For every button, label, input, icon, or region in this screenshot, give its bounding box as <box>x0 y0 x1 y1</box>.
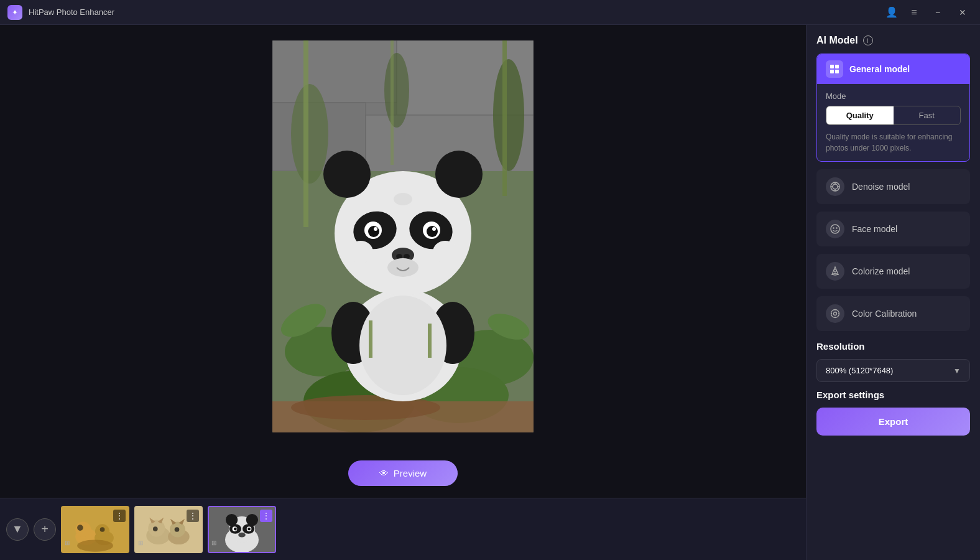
general-model-icon <box>826 60 843 78</box>
svg-rect-81 <box>835 70 839 73</box>
minimize-button[interactable]: − <box>928 2 948 22</box>
preview-button[interactable]: 👁 Preview <box>348 460 458 486</box>
svg-point-75 <box>234 527 237 530</box>
ai-model-title: AI Model <box>816 35 858 46</box>
general-model-card[interactable]: General model Mode Quality Fast Quality … <box>816 54 970 162</box>
canvas-area: 👁 Preview ▼ + <box>0 25 806 560</box>
svg-point-88 <box>831 225 839 233</box>
svg-rect-2 <box>272 40 397 103</box>
window-controls: 👤 ≡ − ✕ <box>883 2 973 22</box>
face-model-name: Face model <box>852 224 897 234</box>
resolution-value: 800% (5120*7648) <box>826 366 893 375</box>
svg-point-9 <box>384 53 409 128</box>
denoise-model-name: Denoise model <box>852 182 910 192</box>
profile-icon[interactable]: 👤 <box>883 4 900 21</box>
ai-model-info-icon[interactable]: i <box>863 35 873 45</box>
preview-bar: 👁 Preview <box>0 448 806 498</box>
title-bar: ✦ HitPaw Photo Enhancer 👤 ≡ − ✕ <box>0 0 980 25</box>
svg-rect-80 <box>830 70 834 73</box>
thumbnail-3-menu[interactable]: ⋮ <box>260 510 272 522</box>
thumbnail-1-icon: ⊞ <box>65 539 75 549</box>
colorize-model-icon <box>826 262 844 281</box>
svg-point-77 <box>238 532 246 537</box>
colorize-model-name: Colorize model <box>852 266 910 276</box>
general-model-name: General model <box>849 64 910 74</box>
menu-icon[interactable]: ≡ <box>905 4 923 21</box>
svg-point-35 <box>427 226 438 237</box>
svg-point-54 <box>77 539 113 551</box>
svg-point-70 <box>246 513 258 525</box>
svg-rect-11 <box>502 40 507 196</box>
svg-point-41 <box>387 258 418 277</box>
color-calibration-icon <box>826 304 844 323</box>
thumbnail-1[interactable]: ⋮ ⊞ <box>61 506 129 553</box>
collapse-button[interactable]: ▼ <box>6 518 29 541</box>
svg-point-65 <box>175 527 180 532</box>
app-title: HitPaw Photo Enhancer <box>29 7 877 17</box>
preview-icon: 👁 <box>379 468 389 478</box>
svg-rect-12 <box>391 40 394 165</box>
thumbnail-2[interactable]: ⋮ ⊞ <box>134 506 203 553</box>
resolution-dropdown[interactable]: 800% (5120*7648) ▼ <box>816 359 970 382</box>
app-logo: ✦ <box>7 5 22 20</box>
thumbnail-1-menu[interactable]: ⋮ <box>113 510 126 522</box>
mode-label: Mode <box>826 91 961 101</box>
thumbnail-2-icon: ⊞ <box>138 539 148 549</box>
svg-point-36 <box>374 227 377 231</box>
svg-point-91 <box>834 269 836 272</box>
quality-mode-button[interactable]: Quality <box>826 106 894 124</box>
svg-point-45 <box>433 241 458 263</box>
svg-point-52 <box>77 525 83 531</box>
main-layout: 👁 Preview ▼ + <box>0 25 980 560</box>
image-viewport <box>0 25 806 448</box>
export-settings-title: Export settings <box>816 390 970 400</box>
fast-mode-button[interactable]: Fast <box>894 106 961 124</box>
svg-point-34 <box>368 226 379 237</box>
denoise-model-icon <box>826 177 844 196</box>
svg-rect-42 <box>369 320 372 358</box>
face-model-icon <box>826 220 844 238</box>
right-panel: AI Model i General model Mode <box>806 25 980 560</box>
thumbnail-3-icon: ⊞ <box>211 539 221 549</box>
denoise-model-item[interactable]: Denoise model <box>816 169 970 204</box>
svg-point-40 <box>404 254 410 259</box>
add-image-button[interactable]: + <box>34 518 56 541</box>
general-model-header[interactable]: General model <box>817 54 969 84</box>
color-calibration-item[interactable]: Color Calibration <box>816 296 970 331</box>
svg-point-29 <box>435 151 483 198</box>
mode-toggle: Quality Fast <box>826 106 961 125</box>
face-model-item[interactable]: Face model <box>816 212 970 246</box>
svg-point-90 <box>836 227 837 228</box>
svg-point-39 <box>396 254 402 259</box>
svg-rect-43 <box>428 324 432 358</box>
svg-point-83 <box>833 184 838 189</box>
svg-rect-10 <box>303 40 308 227</box>
svg-point-53 <box>100 527 105 532</box>
filmstrip: ▼ + ⋮ ⊞ <box>0 498 806 560</box>
svg-point-8 <box>493 59 524 171</box>
close-button[interactable]: ✕ <box>953 2 973 22</box>
svg-point-46 <box>394 193 412 205</box>
colorize-model-item[interactable]: Colorize model <box>816 254 970 289</box>
general-model-body: Mode Quality Fast Quality mode is suitab… <box>817 84 969 161</box>
svg-point-44 <box>348 241 373 263</box>
ai-model-heading: AI Model i <box>816 35 970 46</box>
thumbnail-2-menu[interactable]: ⋮ <box>187 510 199 522</box>
svg-point-76 <box>247 527 251 530</box>
chevron-down-icon: ▼ <box>953 366 961 375</box>
svg-point-7 <box>291 84 328 184</box>
svg-point-64 <box>153 526 158 531</box>
resolution-title: Resolution <box>816 341 970 352</box>
svg-point-69 <box>226 513 238 525</box>
color-calibration-name: Color Calibration <box>852 309 917 319</box>
svg-point-49 <box>75 521 91 537</box>
svg-rect-79 <box>835 65 839 68</box>
export-button[interactable]: Export <box>816 408 970 436</box>
main-image <box>272 40 534 432</box>
svg-point-28 <box>323 151 371 198</box>
svg-point-37 <box>432 227 436 231</box>
svg-point-89 <box>833 227 834 228</box>
thumbnail-3[interactable]: ⋮ ⊞ <box>208 506 276 553</box>
svg-rect-78 <box>830 65 834 68</box>
mode-description: Quality mode is suitable for enhancing p… <box>826 131 961 154</box>
